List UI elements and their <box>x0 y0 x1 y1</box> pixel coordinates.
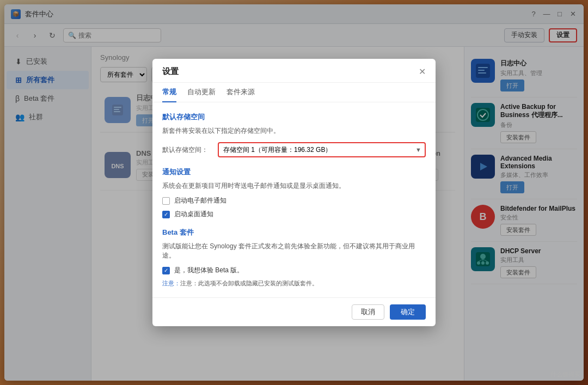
checkbox-desktop-label: 启动桌面通知 <box>174 210 213 219</box>
notification-section-desc: 系统会在更新项目可用时寄送电子邮件通知或是显示桌面通知。 <box>162 181 426 191</box>
checkbox-email[interactable] <box>162 197 170 205</box>
checkbox-beta[interactable]: ✓ <box>162 267 170 274</box>
storage-select-wrapper: 存储空间 1（可用容量：196.32 GB） ▼ <box>218 142 426 157</box>
beta-note-text: 注意：此选项不会卸载或隐藏已安装的测试版套件。 <box>180 280 318 286</box>
checkbox-email-label: 启动电子邮件通知 <box>174 196 226 205</box>
modal-title: 设置 <box>162 66 179 77</box>
settings-modal: 设置 ✕ 常规 自动更新 套件来源 默认存储空间 新套件将安装在以下指定的存储空… <box>152 59 436 326</box>
notification-section-title: 通知设置 <box>162 167 426 177</box>
beta-note-link: 注意： <box>162 280 180 286</box>
storage-form-label: 默认存储空间： <box>162 145 211 155</box>
confirm-button[interactable]: 确定 <box>390 304 426 320</box>
checkbox-email-row: 启动电子邮件通知 <box>162 196 426 205</box>
modal-close-button[interactable]: ✕ <box>419 68 426 76</box>
modal-header: 设置 ✕ <box>152 59 436 83</box>
checkbox-desktop[interactable]: ✓ <box>162 211 170 218</box>
modal-body: 默认存储空间 新套件将安装在以下指定的存储空间中。 默认存储空间： 存储空间 1… <box>152 102 436 297</box>
cancel-button[interactable]: 取消 <box>352 304 384 320</box>
checkbox-beta-row: ✓ 是，我想体验 Beta 版。 <box>162 266 426 275</box>
tab-autoupdate[interactable]: 自动更新 <box>187 83 216 102</box>
storage-form-row: 默认存储空间： 存储空间 1（可用容量：196.32 GB） ▼ <box>162 142 426 157</box>
beta-section-desc: 测试版能让您在 Synology 套件正式发布之前先体验全新功能，但不建议将其用… <box>162 242 426 260</box>
tab-source[interactable]: 套件来源 <box>226 83 255 102</box>
checkbox-beta-label: 是，我想体验 Beta 版。 <box>174 266 243 275</box>
beta-section: Beta 套件 测试版能让您在 Synology 套件正式发布之前先体验全新功能… <box>162 228 426 288</box>
beta-note: 注意：注意：此选项不会卸载或隐藏已安装的测试版套件。 <box>162 279 426 288</box>
modal-overlay: 设置 ✕ 常规 自动更新 套件来源 默认存储空间 新套件将安装在以下指定的存储空… <box>0 0 588 385</box>
modal-footer: 取消 确定 <box>152 297 436 326</box>
tab-general[interactable]: 常规 <box>162 83 176 102</box>
checkbox-desktop-row: ✓ 启动桌面通知 <box>162 210 426 219</box>
storage-section-title: 默认存储空间 <box>162 112 426 122</box>
storage-section-desc: 新套件将安装在以下指定的存储空间中。 <box>162 126 426 136</box>
storage-select[interactable]: 存储空间 1（可用容量：196.32 GB） <box>218 142 426 157</box>
modal-tabs: 常规 自动更新 套件来源 <box>152 83 436 102</box>
notification-section: 通知设置 系统会在更新项目可用时寄送电子邮件通知或是显示桌面通知。 启动电子邮件… <box>162 167 426 219</box>
beta-section-title: Beta 套件 <box>162 228 426 237</box>
